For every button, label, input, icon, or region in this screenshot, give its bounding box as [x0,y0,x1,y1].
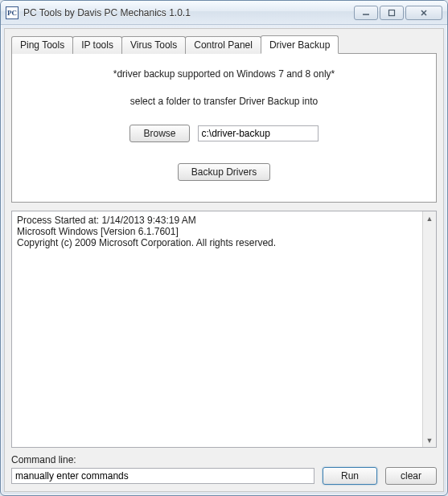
command-input[interactable] [11,468,314,484]
tab-control: Ping Tools IP tools Virus Tools Control … [11,35,437,203]
scrollbar[interactable]: ▲ ▼ [422,211,436,447]
titlebar[interactable]: PC PC Tools by Davis PC Mechanics 1.0.1 [1,1,447,25]
tab-ip-tools[interactable]: IP tools [72,36,122,54]
support-note: *driver backup supported on Windows 7 an… [22,68,426,80]
app-icon: PC [6,6,18,19]
window-frame: PC PC Tools by Davis PC Mechanics 1.0.1 … [0,0,448,496]
close-button[interactable] [405,6,442,20]
window-controls [352,6,442,20]
client-area: Ping Tools IP tools Virus Tools Control … [4,28,444,492]
minimize-button[interactable] [354,6,378,20]
tab-ping-tools[interactable]: Ping Tools [11,36,73,54]
scroll-down-icon[interactable]: ▼ [423,433,437,447]
console-text[interactable]: Process Started at: 1/14/2013 9:43:19 AM… [12,211,422,447]
path-input[interactable] [198,125,319,141]
backup-drivers-button[interactable]: Backup Drivers [178,163,270,181]
window-title: PC Tools by Davis PC Mechanics 1.0.1 [23,7,191,18]
tab-control-panel[interactable]: Control Panel [185,36,261,54]
tab-driver-backup[interactable]: Driver Backup [261,35,339,54]
tab-panel-driver-backup: *driver backup supported on Windows 7 an… [11,53,437,203]
console-output: Process Started at: 1/14/2013 9:43:19 AM… [11,211,437,448]
svg-rect-1 [389,10,395,15]
close-icon [420,9,428,17]
clear-button[interactable]: clear [385,467,437,485]
run-button[interactable]: Run [323,467,377,485]
maximize-icon [388,9,396,17]
scroll-up-icon[interactable]: ▲ [423,211,437,225]
maximize-button[interactable] [380,6,404,20]
instruction-text: select a folder to transfer Driver Backu… [22,96,426,107]
tab-virus-tools[interactable]: Virus Tools [121,36,186,54]
tabstrip: Ping Tools IP tools Virus Tools Control … [11,36,437,54]
minimize-icon [362,9,370,17]
command-row: Command line: Run clear [11,454,437,485]
browse-row: Browse [22,125,426,142]
browse-button[interactable]: Browse [129,125,189,142]
command-controls: Run clear [11,467,437,485]
command-line-label: Command line: [11,454,437,465]
